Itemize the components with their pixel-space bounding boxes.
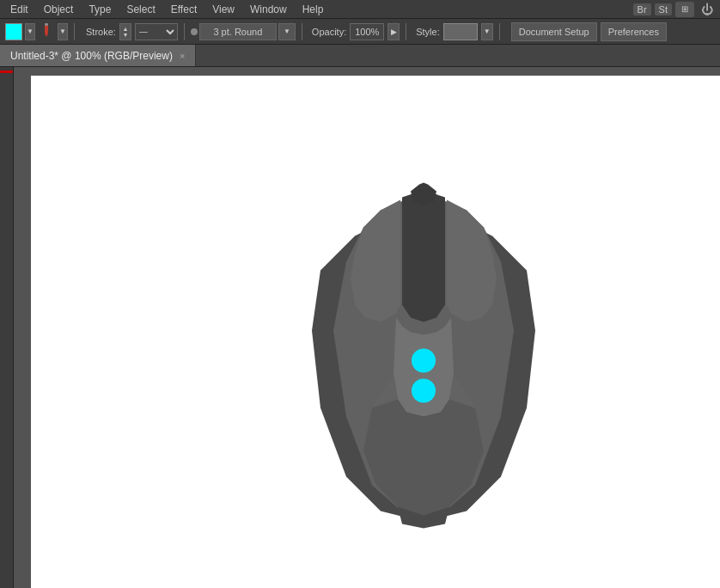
menu-edit[interactable]: Edit xyxy=(3,2,35,17)
separator-4 xyxy=(406,23,406,40)
left-tools-panel xyxy=(0,67,14,588)
stroke-weight-select[interactable]: — xyxy=(135,23,178,40)
separator-3 xyxy=(302,23,302,40)
stock-badge[interactable]: St xyxy=(655,3,672,15)
menu-select[interactable]: Select xyxy=(119,2,162,17)
brush-input[interactable] xyxy=(199,23,277,40)
style-label: Style: xyxy=(416,27,440,37)
fill-section: ▼ xyxy=(5,23,35,40)
mouse-svg xyxy=(303,125,544,537)
fill-dropdown-arrow[interactable]: ▼ xyxy=(25,23,35,40)
document-tab[interactable]: Untitled-3* @ 100% (RGB/Preview) × xyxy=(0,45,196,66)
svg-point-4 xyxy=(412,379,436,403)
svg-point-3 xyxy=(412,349,436,373)
toolbar: ▼ ▼ Stroke: ▲ ▼ — ▼ Opacity: ▶ Style: ▼ … xyxy=(0,19,720,45)
stroke-arrows[interactable]: ▲ ▼ xyxy=(119,23,131,40)
tab-close-button[interactable]: × xyxy=(180,51,185,61)
tool-indicator xyxy=(0,70,13,73)
menu-object[interactable]: Object xyxy=(37,2,81,17)
doc-setup-button[interactable]: Document Setup xyxy=(511,22,597,41)
mouse-illustration xyxy=(303,125,544,540)
fill-color-swatch[interactable] xyxy=(5,23,22,40)
menu-window[interactable]: Window xyxy=(243,2,294,17)
bridge-badge[interactable]: Br xyxy=(633,3,651,15)
separator-5 xyxy=(499,23,500,40)
style-dropdown[interactable]: ▼ xyxy=(481,23,493,40)
menu-bar: Edit Object Type Select Effect View Wind… xyxy=(0,0,720,19)
fill-type-dropdown[interactable]: ▼ xyxy=(58,23,68,40)
main-area xyxy=(0,67,720,588)
style-swatch[interactable] xyxy=(443,23,478,40)
separator-2 xyxy=(184,23,185,40)
opacity-arrow[interactable]: ▶ xyxy=(387,23,400,40)
canvas-area[interactable] xyxy=(14,67,720,588)
menu-type[interactable]: Type xyxy=(82,2,118,17)
grid-icon[interactable]: ⊞ xyxy=(675,2,694,17)
pencil-icon xyxy=(39,22,54,40)
power-icon[interactable]: ⏻ xyxy=(698,2,717,17)
menu-help[interactable]: Help xyxy=(296,2,331,17)
svg-marker-1 xyxy=(45,34,48,37)
artboard xyxy=(31,76,720,588)
menu-view[interactable]: View xyxy=(205,2,241,17)
brush-dropdown[interactable]: ▼ xyxy=(278,23,296,40)
menubar-right-icons: Br St ⊞ ⏻ xyxy=(633,2,717,17)
stroke-label: Stroke: xyxy=(86,27,116,37)
opacity-label: Opacity: xyxy=(312,27,346,37)
brush-section: ▼ xyxy=(191,23,296,40)
tab-title: Untitled-3* @ 100% (RGB/Preview) xyxy=(10,50,173,62)
preferences-button[interactable]: Preferences xyxy=(601,22,667,41)
svg-rect-2 xyxy=(45,23,48,26)
separator-1 xyxy=(74,23,75,40)
brush-dot xyxy=(191,28,198,35)
opacity-value[interactable] xyxy=(350,23,384,40)
menu-effect[interactable]: Effect xyxy=(164,2,204,17)
tab-bar: Untitled-3* @ 100% (RGB/Preview) × xyxy=(0,45,720,67)
